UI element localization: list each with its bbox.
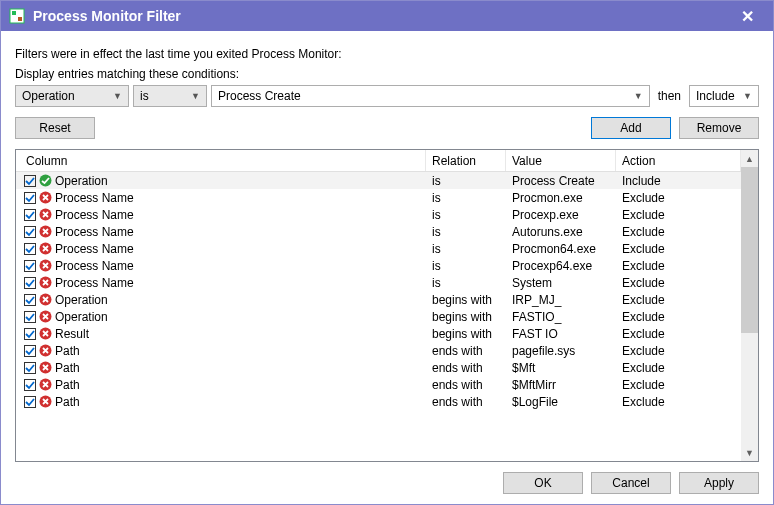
row-value: $Mft (506, 361, 616, 375)
relation-dropdown[interactable]: is ▼ (133, 85, 207, 107)
action-dropdown-value: Include (696, 89, 735, 103)
checkbox[interactable] (24, 328, 36, 340)
value-combobox[interactable]: Process Create ▼ (211, 85, 650, 107)
add-button[interactable]: Add (591, 117, 671, 139)
exclude-icon (39, 191, 52, 204)
row-action: Exclude (616, 310, 741, 324)
row-value: IRP_MJ_ (506, 293, 616, 307)
checkbox[interactable] (24, 311, 36, 323)
close-icon[interactable]: ✕ (729, 7, 765, 26)
header-action[interactable]: Action (616, 150, 741, 171)
header-column[interactable]: Column (16, 150, 426, 171)
row-action: Include (616, 174, 741, 188)
row-value: FASTIO_ (506, 310, 616, 324)
table-row[interactable]: Pathends with$MftExclude (16, 359, 741, 376)
exclude-icon (39, 293, 52, 306)
row-relation: ends with (426, 378, 506, 392)
row-action: Exclude (616, 208, 741, 222)
action-dropdown[interactable]: Include ▼ (689, 85, 759, 107)
exclude-icon (39, 242, 52, 255)
scroll-thumb[interactable] (741, 167, 758, 333)
window-title: Process Monitor Filter (33, 8, 729, 24)
table-row[interactable]: Operationbegins withFASTIO_Exclude (16, 308, 741, 325)
checkbox[interactable] (24, 396, 36, 408)
table-row[interactable]: Process NameisProcmon64.exeExclude (16, 240, 741, 257)
row-relation: is (426, 259, 506, 273)
checkbox[interactable] (24, 192, 36, 204)
checkbox[interactable] (24, 379, 36, 391)
row-action: Exclude (616, 276, 741, 290)
table-row[interactable]: Process NameisProcexp.exeExclude (16, 206, 741, 223)
exclude-icon (39, 310, 52, 323)
row-relation: begins with (426, 310, 506, 324)
exclude-icon (39, 378, 52, 391)
chevron-down-icon: ▼ (743, 91, 752, 101)
checkbox[interactable] (24, 209, 36, 221)
checkbox[interactable] (24, 226, 36, 238)
checkbox[interactable] (24, 345, 36, 357)
checkbox[interactable] (24, 294, 36, 306)
value-combobox-value: Process Create (218, 89, 301, 103)
checkbox[interactable] (24, 243, 36, 255)
row-action: Exclude (616, 395, 741, 409)
reset-button[interactable]: Reset (15, 117, 95, 139)
row-relation: is (426, 174, 506, 188)
checkbox[interactable] (24, 277, 36, 289)
chevron-down-icon: ▼ (191, 91, 200, 101)
row-action: Exclude (616, 344, 741, 358)
table-body: OperationisProcess CreateIncludeProcess … (16, 172, 741, 461)
row-relation: ends with (426, 395, 506, 409)
table-row[interactable]: Operationbegins withIRP_MJ_Exclude (16, 291, 741, 308)
exclude-icon (39, 276, 52, 289)
table-row[interactable]: Pathends withpagefile.sysExclude (16, 342, 741, 359)
table-row[interactable]: Process NameisSystemExclude (16, 274, 741, 291)
exclude-icon (39, 208, 52, 221)
row-value: Process Create (506, 174, 616, 188)
column-dropdown[interactable]: Operation ▼ (15, 85, 129, 107)
row-column-label: Path (55, 378, 80, 392)
table-row[interactable]: Process NameisAutoruns.exeExclude (16, 223, 741, 240)
table-row[interactable]: OperationisProcess CreateInclude (16, 172, 741, 189)
remove-button[interactable]: Remove (679, 117, 759, 139)
filter-dialog: Process Monitor Filter ✕ Filters were in… (0, 0, 774, 505)
ok-button[interactable]: OK (503, 472, 583, 494)
row-action: Exclude (616, 361, 741, 375)
row-column-label: Process Name (55, 259, 134, 273)
row-column-label: Process Name (55, 191, 134, 205)
apply-button[interactable]: Apply (679, 472, 759, 494)
table-row[interactable]: Pathends with$MftMirrExclude (16, 376, 741, 393)
table-row[interactable]: Process NameisProcmon.exeExclude (16, 189, 741, 206)
row-value: $LogFile (506, 395, 616, 409)
dialog-footer: OK Cancel Apply (15, 462, 759, 494)
row-action: Exclude (616, 191, 741, 205)
row-action: Exclude (616, 378, 741, 392)
content-area: Filters were in effect the last time you… (1, 31, 773, 504)
row-action: Exclude (616, 327, 741, 341)
row-column-label: Process Name (55, 208, 134, 222)
table-row[interactable]: Resultbegins withFAST IOExclude (16, 325, 741, 342)
cancel-button[interactable]: Cancel (591, 472, 671, 494)
header-value[interactable]: Value (506, 150, 616, 171)
scrollbar-vertical[interactable]: ▲ ▼ (741, 150, 758, 461)
row-relation: is (426, 225, 506, 239)
scroll-up-icon[interactable]: ▲ (741, 150, 758, 167)
table-row[interactable]: Pathends with$LogFileExclude (16, 393, 741, 410)
table-row[interactable]: Process NameisProcexp64.exeExclude (16, 257, 741, 274)
checkbox[interactable] (24, 362, 36, 374)
header-relation[interactable]: Relation (426, 150, 506, 171)
column-dropdown-value: Operation (22, 89, 75, 103)
scroll-track[interactable] (741, 167, 758, 444)
exclude-icon (39, 225, 52, 238)
checkbox[interactable] (24, 260, 36, 272)
edit-buttons-row: Reset Add Remove (15, 117, 759, 139)
checkbox[interactable] (24, 175, 36, 187)
scroll-down-icon[interactable]: ▼ (741, 444, 758, 461)
row-action: Exclude (616, 293, 741, 307)
row-value: Autoruns.exe (506, 225, 616, 239)
chevron-down-icon: ▼ (113, 91, 122, 101)
row-column-label: Operation (55, 293, 108, 307)
row-relation: ends with (426, 344, 506, 358)
conditions-label: Display entries matching these condition… (15, 67, 759, 81)
relation-dropdown-value: is (140, 89, 149, 103)
row-relation: is (426, 191, 506, 205)
